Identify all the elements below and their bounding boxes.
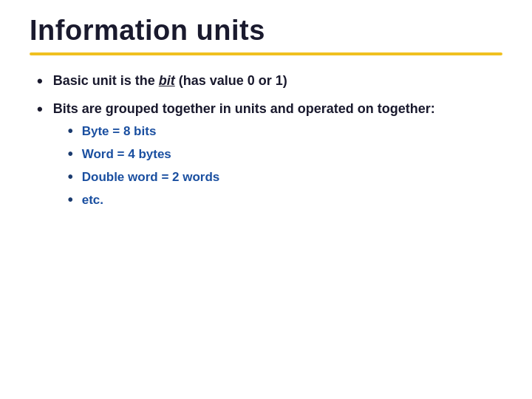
bullet-dot-2: • — [37, 100, 43, 119]
sub-bullet-item-1: •Word = 4 bytes — [68, 147, 435, 163]
sub-bullet-dot-3: • — [68, 191, 73, 208]
sub-bullet-text-1: Word = 4 bytes — [82, 147, 171, 162]
slide-title: Information units — [30, 15, 502, 47]
title-underline — [30, 52, 502, 55]
sub-bullet-text-2: Double word = 2 words — [82, 170, 220, 185]
bullet-text-2: Bits are grouped together in units and o… — [53, 101, 435, 116]
content-area: • Basic unit is the bit (has value 0 or … — [30, 73, 502, 216]
sub-bullets: •Byte = 8 bits•Word = 4 bytes•Double wor… — [68, 124, 435, 208]
sub-bullet-dot-2: • — [68, 168, 73, 185]
bullet1-prefix: Basic unit is the — [53, 73, 159, 88]
bullet-dot-1: • — [37, 72, 43, 91]
bullet-item-2-content: Bits are grouped together in units and o… — [53, 101, 435, 216]
slide: Information units • Basic unit is the bi… — [0, 0, 532, 399]
bullet-text-1: Basic unit is the bit (has value 0 or 1) — [53, 73, 287, 89]
sub-bullet-text-0: Byte = 8 bits — [82, 124, 157, 139]
bullet1-suffix: (has value 0 or 1) — [175, 73, 287, 88]
sub-bullet-dot-1: • — [68, 146, 73, 163]
bullet1-highlight: bit — [159, 73, 175, 88]
bullet-item-1: • Basic unit is the bit (has value 0 or … — [37, 73, 502, 91]
title-section: Information units — [30, 15, 502, 55]
sub-bullet-item-2: •Double word = 2 words — [68, 170, 435, 185]
bullet-item-2: • Bits are grouped together in units and… — [37, 101, 502, 216]
sub-bullet-dot-0: • — [68, 123, 73, 140]
sub-bullet-item-3: •etc. — [68, 193, 435, 208]
sub-bullet-text-3: etc. — [82, 193, 103, 208]
sub-bullet-item-0: •Byte = 8 bits — [68, 124, 435, 140]
